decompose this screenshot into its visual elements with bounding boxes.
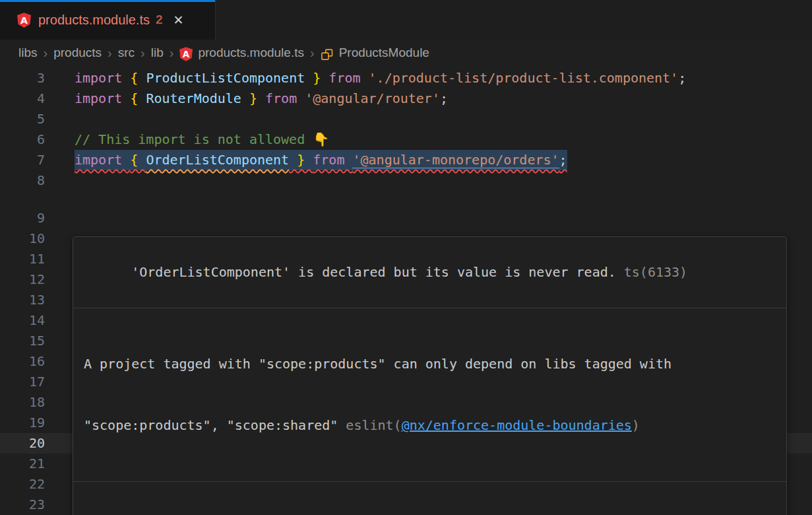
breadcrumb-item-lib[interactable]: lib (151, 46, 164, 60)
diagnostic-source: eslint( (346, 417, 401, 433)
diagnostic-message-line2: "scope:products", "scope:shared" eslint(… (84, 415, 776, 436)
code-token: import (75, 70, 130, 86)
code-line[interactable]: 5 (0, 109, 812, 129)
line-number: 14 (0, 310, 45, 331)
diagnostic-ts-unused: 'OrderListComponent' is declared but its… (73, 237, 786, 308)
breadcrumb-item-symbol[interactable]: ProductsModule (339, 46, 429, 60)
tab-problems-badge: 2 (156, 13, 163, 27)
tab-strip-empty (216, 0, 812, 40)
code-token: import (75, 152, 130, 168)
code-token: ; (440, 90, 448, 106)
code-token: { (130, 90, 146, 106)
diagnostic-module-path: module "/Users/isaac/Documents/code/nx-r… (73, 481, 786, 515)
diagnostic-text: A project tagged with "scope:products" c… (84, 356, 671, 372)
diagnostic-message-line1: A project tagged with "scope:products" c… (84, 354, 776, 374)
line-number: 5 (0, 109, 45, 129)
breadcrumb-separator: › (310, 46, 315, 61)
code-token: ; (559, 152, 567, 168)
code-token: from (328, 70, 368, 86)
tab-bar: A products.module.ts 2 ✕ (0, 0, 812, 40)
code-token: ProductListComponent (146, 70, 305, 86)
diagnostic-eslint-boundaries: A project tagged with "scope:products" c… (73, 308, 786, 481)
line-number: 16 (0, 351, 45, 372)
line-number: 15 (0, 331, 45, 351)
code-token: './product-list/product-list.component' (369, 70, 679, 86)
line-number: 18 (0, 392, 45, 413)
close-icon[interactable]: ✕ (173, 13, 184, 28)
line-number: 21 (0, 454, 45, 474)
code-token-warning: OrderListComponent (146, 152, 289, 168)
line-number: 23 (0, 495, 45, 515)
diagnostic-text: "scope:products", "scope:shared" (84, 417, 346, 433)
line-number: 8 (0, 170, 45, 191)
angular-icon: A (179, 47, 193, 61)
code-token: } (305, 70, 328, 86)
breadcrumb-separator: › (44, 46, 48, 61)
line-number: 20 (0, 433, 45, 454)
code-token: ; (678, 70, 686, 86)
tab-title: products.module.ts (38, 13, 150, 28)
breadcrumb-item-products[interactable]: products (53, 46, 102, 60)
code-token: from (313, 152, 352, 168)
tab-products-module[interactable]: A products.module.ts 2 ✕ (0, 0, 216, 40)
line-number: 3 (0, 68, 45, 88)
svg-text:A: A (183, 50, 190, 59)
code-editor[interactable]: 3 import { ProductListComponent } from '… (0, 66, 812, 515)
line-number: 17 (0, 372, 45, 392)
line-number: 11 (0, 249, 45, 269)
hover-popup: 'OrderListComponent' is declared but its… (73, 236, 787, 515)
angular-icon: A (17, 13, 31, 28)
line-number: 7 (0, 150, 45, 170)
breadcrumb-item-file[interactable]: products.module.ts (198, 46, 304, 60)
line-number: 19 (0, 413, 45, 433)
breadcrumb-separator: › (141, 46, 145, 61)
code-line[interactable]: 4 import { RouterModule } from '@angular… (0, 88, 812, 109)
line-number: 4 (0, 88, 45, 109)
code-token-module-link[interactable]: '@angular-monorepo/orders' (352, 152, 559, 168)
diagnostic-source: ts(6133) (624, 264, 687, 280)
code-token: } (289, 152, 313, 168)
line-number: 22 (0, 474, 45, 495)
breadcrumb: libs › products › src › lib › A products… (0, 40, 812, 66)
class-symbol-icon (321, 48, 334, 61)
code-token: RouterModule (146, 90, 241, 106)
code-line-error[interactable]: 7 import { OrderListComponent } from '@a… (0, 150, 812, 170)
code-token: import (75, 90, 130, 106)
code-line[interactable]: 6 // This import is not allowed 👇 (0, 129, 812, 150)
line-number: 6 (0, 129, 45, 150)
line-number: 10 (0, 228, 45, 249)
code-token: { (130, 152, 146, 168)
code-text-squiggle: import { OrderListComponent } from '@ang… (75, 150, 567, 170)
code-text: import { RouterModule } from '@angular/r… (75, 88, 448, 109)
code-text: import { ProductListComponent } from './… (75, 68, 686, 88)
breadcrumb-separator: › (170, 46, 174, 61)
code-text: // This import is not allowed 👇 (75, 129, 329, 150)
breadcrumb-item-libs[interactable]: libs (18, 46, 38, 60)
diagnostic-source: ) (632, 417, 640, 433)
breadcrumb-separator: › (108, 46, 112, 61)
line-number: 12 (0, 269, 45, 290)
code-line[interactable]: 8 (0, 170, 812, 191)
breadcrumb-item-src[interactable]: src (118, 46, 135, 60)
active-tab-accent (0, 0, 215, 2)
code-line[interactable]: 3 import { ProductListComponent } from '… (0, 68, 812, 88)
eslint-rule-link[interactable]: @nx/enforce-module-boundaries (402, 417, 632, 433)
code-line[interactable]: 9 (0, 208, 812, 228)
line-number: 9 (0, 208, 45, 228)
code-token: // This import is not allowed 👇 (75, 131, 329, 147)
code-token: } (241, 90, 265, 106)
line-number: 13 (0, 290, 45, 310)
code-token: '@angular/router' (305, 90, 440, 106)
code-token: from (265, 90, 305, 106)
diagnostic-message: 'OrderListComponent' is declared but its… (131, 264, 616, 280)
code-token: { (130, 70, 146, 86)
svg-text:A: A (20, 15, 28, 25)
